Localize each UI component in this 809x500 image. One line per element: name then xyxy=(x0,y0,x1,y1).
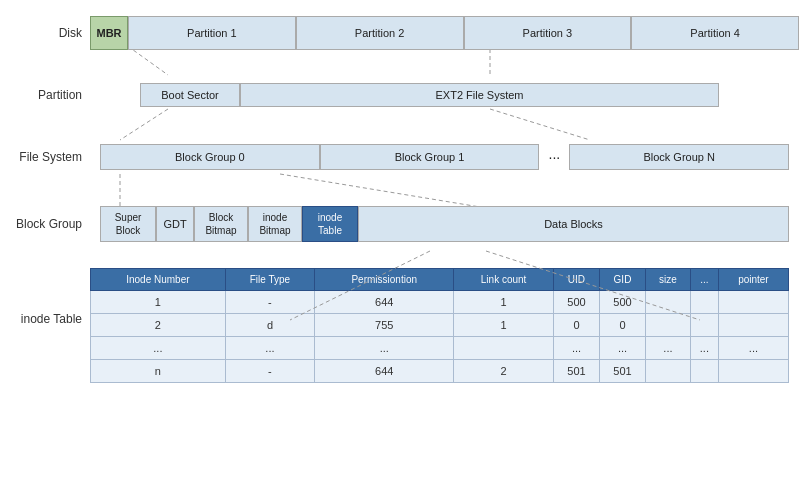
inode-table-cell: n xyxy=(91,360,226,383)
svg-line-2 xyxy=(120,109,168,140)
inode-table-cell xyxy=(690,291,718,314)
gdt-box: GDT xyxy=(156,206,194,242)
inode-table-cell: d xyxy=(225,314,314,337)
inode-table-cell xyxy=(690,314,718,337)
data-blocks-box: Data Blocks xyxy=(358,206,789,242)
inode-table-label: inode Table xyxy=(10,268,90,326)
inode-table-cell xyxy=(690,360,718,383)
blockgroup-content: Super Block GDT Block Bitmap inode Bitma… xyxy=(100,206,789,242)
inode-table: Inode Number File Type Permissiontion Li… xyxy=(90,268,789,383)
col-size: size xyxy=(645,269,690,291)
col-gid: GID xyxy=(599,269,645,291)
bgn-box: Block Group N xyxy=(569,144,789,170)
inode-table-cell: 2 xyxy=(454,360,554,383)
inode-table-box: inode Table xyxy=(302,206,358,242)
bg0-box: Block Group 0 xyxy=(100,144,320,170)
inode-table-cell: 501 xyxy=(599,360,645,383)
inode-table-row: 2d755100 xyxy=(91,314,789,337)
inode-table-cell: 0 xyxy=(553,314,599,337)
inode-table-cell xyxy=(454,337,554,360)
inode-table-row: n-6442501501 xyxy=(91,360,789,383)
inode-table-cell xyxy=(645,291,690,314)
inode-table-cell: 500 xyxy=(553,291,599,314)
partition-content: Boot Sector EXT2 File System xyxy=(140,83,719,107)
inode-table-cell xyxy=(645,360,690,383)
inode-table-cell: ... xyxy=(553,337,599,360)
inode-table-cell: ... xyxy=(315,337,454,360)
connector-lines xyxy=(0,0,809,500)
inode-table-cell: ... xyxy=(91,337,226,360)
inode-table-cell xyxy=(718,360,788,383)
inode-table-cell: ... xyxy=(718,337,788,360)
filesystem-content: Block Group 0 Block Group 1 ··· Block Gr… xyxy=(100,144,789,170)
inode-table-cell: 501 xyxy=(553,360,599,383)
col-link-count: Link count xyxy=(454,269,554,291)
inode-bitmap-box: inode Bitmap xyxy=(248,206,302,242)
inode-table-cell xyxy=(718,314,788,337)
inode-table-cell: 0 xyxy=(599,314,645,337)
diagram: Disk MBR Partition 1 Partition 2 Partiti… xyxy=(0,0,809,500)
disk-content: MBR Partition 1 Partition 2 Partition 3 … xyxy=(90,16,799,50)
partition2-box: Partition 2 xyxy=(296,16,464,50)
partition1-box: Partition 1 xyxy=(128,16,296,50)
svg-line-3 xyxy=(490,109,590,140)
inode-table-cell: ... xyxy=(645,337,690,360)
inode-table-cell: 644 xyxy=(315,360,454,383)
inode-table-wrap: Inode Number File Type Permissiontion Li… xyxy=(90,268,789,383)
partition4-box: Partition 4 xyxy=(631,16,799,50)
inode-table-cell: 755 xyxy=(315,314,454,337)
inode-table-header-row: Inode Number File Type Permissiontion Li… xyxy=(91,269,789,291)
inode-table-cell: ... xyxy=(599,337,645,360)
ext2-box: EXT2 File System xyxy=(240,83,719,107)
inode-table-row: 1-6441500500 xyxy=(91,291,789,314)
col-uid: UID xyxy=(553,269,599,291)
col-file-type: File Type xyxy=(225,269,314,291)
partition-label: Partition xyxy=(10,88,90,102)
blockgroup-row: Block Group Super Block GDT Block Bitmap… xyxy=(10,202,799,246)
inode-table-cell xyxy=(645,314,690,337)
boot-sector-box: Boot Sector xyxy=(140,83,240,107)
inode-table-cell: 644 xyxy=(315,291,454,314)
partition3-box: Partition 3 xyxy=(464,16,632,50)
inode-table-cell xyxy=(718,291,788,314)
col-permission: Permissiontion xyxy=(315,269,454,291)
partition-row: Partition Boot Sector EXT2 File System xyxy=(10,78,799,112)
col-inode-number: Inode Number xyxy=(91,269,226,291)
disk-label: Disk xyxy=(10,26,90,40)
filesystem-row: File System Block Group 0 Block Group 1 … xyxy=(10,140,799,174)
col-pointer: pointer xyxy=(718,269,788,291)
inode-table-cell: ... xyxy=(690,337,718,360)
bg1-box: Block Group 1 xyxy=(320,144,540,170)
inode-table-cell: 1 xyxy=(91,291,226,314)
super-block-box: Super Block xyxy=(100,206,156,242)
inode-table-cell: - xyxy=(225,360,314,383)
col-dots: ... xyxy=(690,269,718,291)
mbr-box: MBR xyxy=(90,16,128,50)
inode-table-cell: 2 xyxy=(91,314,226,337)
inode-table-cell: 1 xyxy=(454,314,554,337)
blockgroup-label: Block Group xyxy=(10,217,90,231)
inode-table-cell: - xyxy=(225,291,314,314)
inode-table-row: ........................ xyxy=(91,337,789,360)
inode-table-cell: 500 xyxy=(599,291,645,314)
inode-table-cell: ... xyxy=(225,337,314,360)
disk-row: Disk MBR Partition 1 Partition 2 Partiti… xyxy=(10,16,799,50)
fs-dots: ··· xyxy=(539,144,569,170)
filesystem-label: File System xyxy=(10,150,90,164)
block-bitmap-box: Block Bitmap xyxy=(194,206,248,242)
inode-section: inode Table Inode Number File Type Permi… xyxy=(10,268,799,383)
inode-table-cell: 1 xyxy=(454,291,554,314)
